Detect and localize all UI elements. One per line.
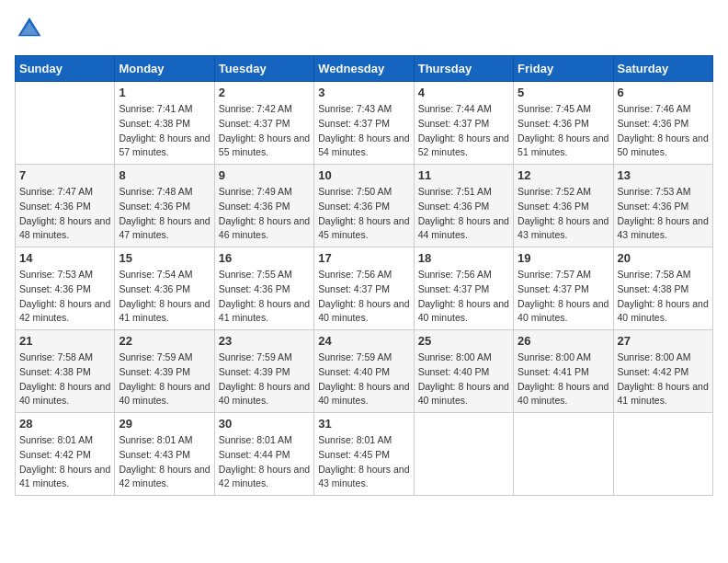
day-number: 9 xyxy=(219,168,310,182)
weekday-header: Tuesday xyxy=(214,56,313,82)
day-number: 25 xyxy=(418,334,509,348)
weekday-header: Wednesday xyxy=(314,56,414,82)
calendar-cell: 21 Sunrise: 7:58 AMSunset: 4:38 PMDaylig… xyxy=(16,330,115,413)
day-info: Sunrise: 7:56 AMSunset: 4:37 PMDaylight:… xyxy=(318,268,409,326)
day-number: 23 xyxy=(219,334,310,348)
calendar-cell: 17 Sunrise: 7:56 AMSunset: 4:37 PMDaylig… xyxy=(314,247,414,330)
day-number: 29 xyxy=(119,417,210,431)
day-info: Sunrise: 7:58 AMSunset: 4:38 PMDaylight:… xyxy=(19,350,110,408)
day-info: Sunrise: 7:46 AMSunset: 4:36 PMDaylight:… xyxy=(618,102,709,160)
calendar-week-row: 28 Sunrise: 8:01 AMSunset: 4:42 PMDaylig… xyxy=(16,413,713,496)
calendar-cell: 26 Sunrise: 8:00 AMSunset: 4:41 PMDaylig… xyxy=(514,330,613,413)
day-info: Sunrise: 8:01 AMSunset: 4:44 PMDaylight:… xyxy=(219,433,310,491)
day-number: 19 xyxy=(518,251,609,265)
day-info: Sunrise: 7:53 AMSunset: 4:36 PMDaylight:… xyxy=(19,268,110,326)
day-number: 1 xyxy=(119,86,210,99)
day-number: 18 xyxy=(418,251,509,265)
day-number: 15 xyxy=(119,251,210,265)
weekday-header: Saturday xyxy=(613,56,712,82)
day-number: 10 xyxy=(318,168,409,182)
day-number: 16 xyxy=(219,251,310,265)
day-info: Sunrise: 7:42 AMSunset: 4:37 PMDaylight:… xyxy=(219,102,310,160)
day-number: 21 xyxy=(19,334,110,348)
calendar-cell: 11 Sunrise: 7:51 AMSunset: 4:36 PMDaylig… xyxy=(414,165,513,247)
day-number: 5 xyxy=(518,86,609,99)
day-number: 4 xyxy=(418,86,509,99)
calendar-cell: 24 Sunrise: 7:59 AMSunset: 4:40 PMDaylig… xyxy=(314,330,414,413)
day-info: Sunrise: 8:00 AMSunset: 4:42 PMDaylight:… xyxy=(618,350,709,408)
calendar-cell: 31 Sunrise: 8:01 AMSunset: 4:45 PMDaylig… xyxy=(314,413,414,496)
day-number: 8 xyxy=(119,168,210,182)
calendar-cell: 18 Sunrise: 7:56 AMSunset: 4:37 PMDaylig… xyxy=(414,247,513,330)
calendar-cell: 1 Sunrise: 7:41 AMSunset: 4:38 PMDayligh… xyxy=(115,82,214,165)
day-number: 31 xyxy=(318,417,409,431)
calendar-week-row: 21 Sunrise: 7:58 AMSunset: 4:38 PMDaylig… xyxy=(16,330,713,413)
calendar-week-row: 14 Sunrise: 7:53 AMSunset: 4:36 PMDaylig… xyxy=(16,247,713,330)
day-number: 27 xyxy=(618,334,709,348)
logo xyxy=(15,15,42,44)
day-info: Sunrise: 7:59 AMSunset: 4:40 PMDaylight:… xyxy=(318,350,409,408)
day-number: 24 xyxy=(318,334,409,348)
day-info: Sunrise: 7:59 AMSunset: 4:39 PMDaylight:… xyxy=(219,350,310,408)
weekday-header: Friday xyxy=(514,56,613,82)
day-info: Sunrise: 7:58 AMSunset: 4:38 PMDaylight:… xyxy=(618,268,709,326)
day-info: Sunrise: 7:54 AMSunset: 4:36 PMDaylight:… xyxy=(119,268,210,326)
day-info: Sunrise: 7:55 AMSunset: 4:36 PMDaylight:… xyxy=(219,268,310,326)
day-info: Sunrise: 7:41 AMSunset: 4:38 PMDaylight:… xyxy=(119,102,210,160)
day-number: 28 xyxy=(19,417,110,431)
weekday-header-row: SundayMondayTuesdayWednesdayThursdayFrid… xyxy=(16,56,713,82)
calendar-cell: 3 Sunrise: 7:43 AMSunset: 4:37 PMDayligh… xyxy=(314,82,414,165)
calendar-cell: 14 Sunrise: 7:53 AMSunset: 4:36 PMDaylig… xyxy=(16,247,115,330)
day-number: 12 xyxy=(518,168,609,182)
day-info: Sunrise: 7:52 AMSunset: 4:36 PMDaylight:… xyxy=(518,185,609,243)
calendar-cell xyxy=(414,413,513,496)
day-number: 3 xyxy=(318,86,409,99)
calendar-cell: 13 Sunrise: 7:53 AMSunset: 4:36 PMDaylig… xyxy=(613,165,712,247)
calendar-table: SundayMondayTuesdayWednesdayThursdayFrid… xyxy=(15,55,713,496)
calendar-cell: 30 Sunrise: 8:01 AMSunset: 4:44 PMDaylig… xyxy=(214,413,313,496)
day-number: 17 xyxy=(318,251,409,265)
day-info: Sunrise: 8:01 AMSunset: 4:43 PMDaylight:… xyxy=(119,433,210,491)
day-number: 2 xyxy=(219,86,310,99)
calendar-cell: 25 Sunrise: 8:00 AMSunset: 4:40 PMDaylig… xyxy=(414,330,513,413)
day-info: Sunrise: 7:59 AMSunset: 4:39 PMDaylight:… xyxy=(119,350,210,408)
calendar-cell: 19 Sunrise: 7:57 AMSunset: 4:37 PMDaylig… xyxy=(514,247,613,330)
day-info: Sunrise: 7:56 AMSunset: 4:37 PMDaylight:… xyxy=(418,268,509,326)
weekday-header: Sunday xyxy=(16,56,115,82)
day-info: Sunrise: 7:53 AMSunset: 4:36 PMDaylight:… xyxy=(618,185,709,243)
day-info: Sunrise: 8:00 AMSunset: 4:40 PMDaylight:… xyxy=(418,350,509,408)
calendar-cell: 4 Sunrise: 7:44 AMSunset: 4:37 PMDayligh… xyxy=(414,82,513,165)
day-info: Sunrise: 8:00 AMSunset: 4:41 PMDaylight:… xyxy=(518,350,609,408)
calendar-cell xyxy=(613,413,712,496)
calendar-cell xyxy=(16,82,115,165)
calendar-cell: 8 Sunrise: 7:48 AMSunset: 4:36 PMDayligh… xyxy=(115,165,214,247)
day-info: Sunrise: 8:01 AMSunset: 4:42 PMDaylight:… xyxy=(19,433,110,491)
page-header xyxy=(15,15,713,44)
calendar-cell: 27 Sunrise: 8:00 AMSunset: 4:42 PMDaylig… xyxy=(613,330,712,413)
day-number: 7 xyxy=(19,168,110,182)
day-info: Sunrise: 7:44 AMSunset: 4:37 PMDaylight:… xyxy=(418,102,509,160)
weekday-header: Thursday xyxy=(414,56,513,82)
day-number: 13 xyxy=(618,168,709,182)
calendar-cell: 15 Sunrise: 7:54 AMSunset: 4:36 PMDaylig… xyxy=(115,247,214,330)
calendar-cell: 5 Sunrise: 7:45 AMSunset: 4:36 PMDayligh… xyxy=(514,82,613,165)
calendar-cell: 20 Sunrise: 7:58 AMSunset: 4:38 PMDaylig… xyxy=(613,247,712,330)
day-number: 20 xyxy=(618,251,709,265)
day-info: Sunrise: 7:47 AMSunset: 4:36 PMDaylight:… xyxy=(19,185,110,243)
day-info: Sunrise: 7:48 AMSunset: 4:36 PMDaylight:… xyxy=(119,185,210,243)
day-number: 22 xyxy=(119,334,210,348)
calendar-cell: 22 Sunrise: 7:59 AMSunset: 4:39 PMDaylig… xyxy=(115,330,214,413)
day-info: Sunrise: 8:01 AMSunset: 4:45 PMDaylight:… xyxy=(318,433,409,491)
calendar-week-row: 7 Sunrise: 7:47 AMSunset: 4:36 PMDayligh… xyxy=(16,165,713,247)
day-number: 6 xyxy=(618,86,709,99)
calendar-cell: 12 Sunrise: 7:52 AMSunset: 4:36 PMDaylig… xyxy=(514,165,613,247)
day-number: 11 xyxy=(418,168,509,182)
calendar-cell: 29 Sunrise: 8:01 AMSunset: 4:43 PMDaylig… xyxy=(115,413,214,496)
calendar-cell: 23 Sunrise: 7:59 AMSunset: 4:39 PMDaylig… xyxy=(214,330,313,413)
calendar-cell: 10 Sunrise: 7:50 AMSunset: 4:36 PMDaylig… xyxy=(314,165,414,247)
calendar-week-row: 1 Sunrise: 7:41 AMSunset: 4:38 PMDayligh… xyxy=(16,82,713,165)
calendar-cell: 2 Sunrise: 7:42 AMSunset: 4:37 PMDayligh… xyxy=(214,82,313,165)
weekday-header: Monday xyxy=(115,56,214,82)
calendar-cell: 28 Sunrise: 8:01 AMSunset: 4:42 PMDaylig… xyxy=(16,413,115,496)
day-number: 30 xyxy=(219,417,310,431)
